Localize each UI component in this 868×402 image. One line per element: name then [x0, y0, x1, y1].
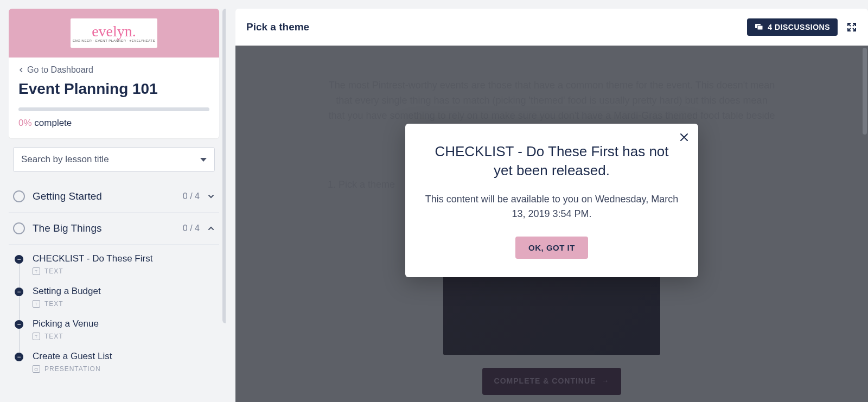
course-title: Event Planning 101	[18, 80, 209, 98]
close-icon	[679, 132, 689, 142]
caret-down-icon	[200, 158, 207, 162]
chapter-row[interactable]: The Big Things 0 / 4	[9, 213, 219, 245]
text-type-icon: T	[33, 300, 40, 308]
page-title: Pick a theme	[246, 21, 309, 33]
scrollbar-thumb[interactable]	[863, 48, 867, 135]
lesson-title: Create a Guest List	[33, 351, 215, 362]
modal-ok-button[interactable]: OK, GOT IT	[515, 237, 588, 259]
main-panel: Pick a theme 4 DISCUSSIONS	[235, 9, 868, 402]
brand-header: evelyn. ENGINEER · EVENT PLANNER · #EVEL…	[9, 9, 219, 58]
chapter-title: Getting Started	[33, 190, 175, 202]
locked-icon: −	[15, 288, 23, 296]
text-type-icon: T	[33, 333, 40, 340]
modal-ok-label: OK, GOT IT	[528, 243, 575, 252]
modal-title: CHECKLIST - Do These First has not yet b…	[425, 142, 679, 180]
lesson-title: Picking a Venue	[33, 318, 215, 329]
course-meta: Go to Dashboard Event Planning 101 0% co…	[9, 58, 219, 138]
lesson-type-label: TEXT	[44, 267, 63, 275]
progress-bar	[18, 107, 209, 111]
progress-text: 0% complete	[18, 118, 209, 129]
brand-tagline: ENGINEER · EVENT PLANNER · #EVELYNEATS	[73, 39, 155, 42]
chevron-down-icon	[207, 193, 215, 200]
modal-body: This content will be available to you on…	[425, 192, 679, 221]
sidebar-scroll[interactable]: evelyn. ENGINEER · EVENT PLANNER · #EVEL…	[9, 9, 226, 402]
lesson-item[interactable]: − Create a Guest List ▭ PRESENTATION	[9, 346, 219, 378]
progress-circle-icon	[13, 222, 25, 234]
chat-icon	[755, 23, 763, 31]
presentation-type-icon: ▭	[33, 365, 40, 373]
lesson-title: Setting a Budget	[33, 286, 215, 297]
locked-icon: −	[15, 320, 23, 329]
sidebar: evelyn. ENGINEER · EVENT PLANNER · #EVEL…	[9, 9, 226, 402]
text-type-icon: T	[33, 267, 40, 275]
header-actions: 4 DISCUSSIONS	[747, 18, 857, 36]
modal-close-button[interactable]	[679, 132, 690, 143]
discussions-label: 4 DISCUSSIONS	[768, 23, 830, 31]
resize-handle[interactable]	[222, 9, 226, 323]
brand-logo: evelyn. ENGINEER · EVENT PLANNER · #EVEL…	[71, 18, 157, 48]
fullscreen-button[interactable]	[846, 22, 857, 33]
lesson-title: CHECKLIST - Do These First	[33, 253, 215, 264]
back-link-label: Go to Dashboard	[27, 65, 93, 75]
progress-percent: 0%	[18, 118, 32, 128]
search-placeholder: Search by lesson title	[21, 154, 109, 165]
chevron-left-icon	[18, 67, 24, 73]
lesson-item[interactable]: − CHECKLIST - Do These First T TEXT	[9, 248, 219, 280]
lesson-item[interactable]: − Setting a Budget T TEXT	[9, 280, 219, 313]
brand-name: evelyn.	[92, 24, 136, 39]
lesson-item[interactable]: − Picking a Venue T TEXT	[9, 313, 219, 346]
expand-icon	[846, 22, 857, 33]
app-root: evelyn. ENGINEER · EVENT PLANNER · #EVEL…	[0, 0, 868, 402]
chapter-count: 0 / 4	[183, 224, 200, 233]
course-card: evelyn. ENGINEER · EVENT PLANNER · #EVEL…	[9, 9, 219, 138]
locked-icon: −	[15, 255, 23, 264]
chapter-row[interactable]: Getting Started 0 / 4	[9, 181, 219, 213]
locked-icon: −	[15, 353, 23, 361]
svg-rect-1	[757, 25, 763, 30]
chapter-title: The Big Things	[33, 222, 175, 234]
search-lesson-select[interactable]: Search by lesson title	[13, 147, 215, 172]
release-modal: CHECKLIST - Do These First has not yet b…	[405, 124, 698, 277]
chapter-count: 0 / 4	[183, 192, 200, 201]
content-body: The most Pintrest-worthy events are thos…	[235, 46, 868, 402]
lessons-list: − CHECKLIST - Do These First T TEXT −	[9, 245, 219, 378]
discussions-button[interactable]: 4 DISCUSSIONS	[747, 18, 838, 36]
content-header: Pick a theme 4 DISCUSSIONS	[235, 9, 868, 46]
lesson-type-label: TEXT	[44, 333, 63, 340]
lesson-type-label: PRESENTATION	[44, 365, 101, 373]
lesson-type-label: TEXT	[44, 300, 63, 308]
progress-word: complete	[34, 118, 72, 128]
chevron-up-icon	[207, 225, 215, 232]
progress-circle-icon	[13, 190, 25, 202]
back-to-dashboard-link[interactable]: Go to Dashboard	[18, 65, 209, 75]
